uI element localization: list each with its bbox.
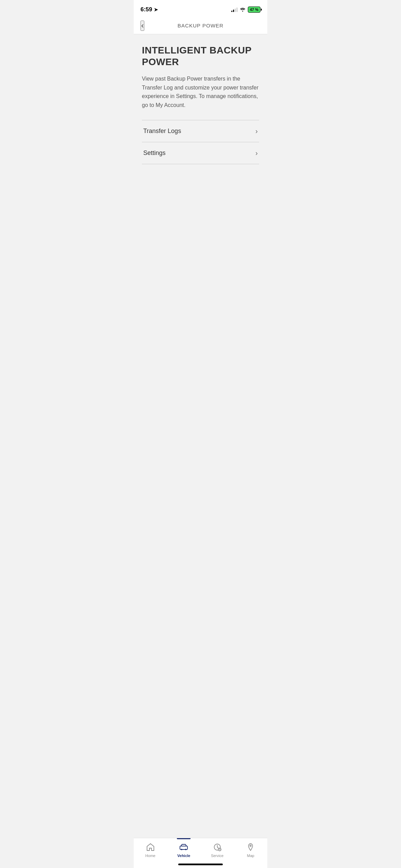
wifi-icon: [240, 7, 246, 13]
transfer-logs-item[interactable]: Transfer Logs ›: [142, 120, 259, 142]
status-time: 6:59 ➤: [141, 6, 158, 13]
chevron-right-icon: ›: [255, 149, 258, 157]
location-arrow-icon: ➤: [154, 7, 158, 12]
signal-bars-icon: [231, 7, 238, 12]
nav-header: ‹ BACKUP POWER: [134, 17, 267, 34]
status-icons: 47%: [231, 7, 260, 13]
section-title: INTELLIGENT BACKUP POWER: [142, 45, 259, 68]
settings-item[interactable]: Settings ›: [142, 142, 259, 164]
menu-list: Transfer Logs › Settings ›: [142, 120, 259, 164]
page-title: BACKUP POWER: [178, 23, 223, 28]
status-bar: 6:59 ➤ 47%: [134, 0, 267, 17]
battery-icon: 47%: [248, 7, 260, 13]
main-content: INTELLIGENT BACKUP POWER View past Backu…: [134, 34, 267, 205]
section-description: View past Backup Power transfers in the …: [142, 74, 259, 109]
settings-label: Settings: [143, 149, 166, 157]
content-area: INTELLIGENT BACKUP POWER View past Backu…: [134, 34, 267, 171]
chevron-right-icon: ›: [255, 127, 258, 135]
transfer-logs-label: Transfer Logs: [143, 128, 181, 135]
back-button[interactable]: ‹: [141, 21, 144, 31]
